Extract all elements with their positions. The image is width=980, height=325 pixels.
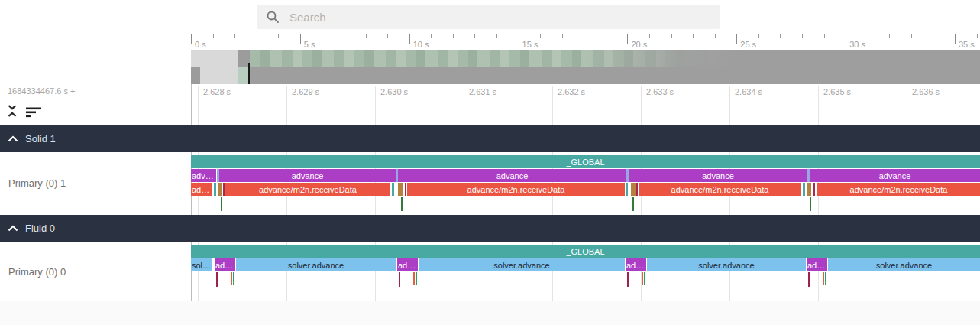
time-axis-label: 2.634 s bbox=[735, 87, 762, 96]
timeline-event-label: advance bbox=[397, 261, 418, 270]
timeline-event[interactable]: advance bbox=[397, 258, 418, 271]
timeline-event-sliver[interactable] bbox=[807, 169, 810, 182]
minimap-upper-band bbox=[250, 50, 980, 67]
timeline-event[interactable]: solver.advance bbox=[828, 258, 980, 271]
instant-event-tick[interactable] bbox=[231, 272, 232, 285]
timeline-event-sliver[interactable] bbox=[636, 183, 638, 196]
timeline-event[interactable]: advance bbox=[807, 258, 827, 271]
ruler-major-tick bbox=[955, 34, 956, 44]
ruler-minor-tick bbox=[977, 34, 978, 38]
ruler-minor-tick bbox=[562, 34, 563, 38]
timeline-event-sliver[interactable] bbox=[217, 169, 219, 182]
minimap-lower-band bbox=[249, 67, 980, 84]
ruler-minor-tick bbox=[496, 34, 497, 38]
ruler-minor-tick bbox=[584, 34, 584, 38]
instant-event-tick[interactable] bbox=[233, 272, 234, 285]
timeline-event-label: advance bbox=[878, 171, 912, 180]
search-input[interactable] bbox=[288, 10, 710, 24]
group-header-label: Solid 1 bbox=[25, 133, 56, 145]
instant-event-tick[interactable] bbox=[808, 272, 810, 287]
timeline-event[interactable]: solver.advance bbox=[236, 258, 396, 271]
instant-event-tick[interactable] bbox=[632, 197, 634, 211]
timeline-event[interactable]: advance bbox=[191, 169, 216, 182]
timeline-event[interactable]: advance/m2n.receiveData bbox=[191, 183, 212, 196]
timeline-event[interactable]: solver.advance bbox=[191, 258, 212, 271]
instant-event-tick[interactable] bbox=[221, 197, 222, 211]
timeline-event[interactable]: advance bbox=[398, 169, 626, 182]
ruler-major-tick bbox=[519, 34, 519, 44]
instant-event-tick[interactable] bbox=[642, 272, 643, 285]
timeline-event-sliver[interactable] bbox=[631, 183, 636, 196]
chevron-up-icon bbox=[8, 135, 18, 142]
time-axis-label: 2.633 s bbox=[646, 87, 674, 96]
instant-event-tick[interactable] bbox=[627, 272, 629, 287]
minimap-cursor[interactable] bbox=[248, 63, 250, 84]
ruler-major-tick bbox=[191, 34, 192, 44]
instant-event-tick[interactable] bbox=[823, 272, 824, 285]
timeline-event[interactable]: advance bbox=[626, 258, 646, 271]
ruler-minor-tick bbox=[649, 34, 650, 38]
instant-event-tick[interactable] bbox=[416, 272, 417, 285]
timeline-event-label: advance/m2n.receiveData bbox=[849, 185, 949, 194]
ruler-minor-tick bbox=[213, 34, 214, 38]
timeline-event-sliver[interactable] bbox=[396, 169, 398, 182]
timeline-event[interactable]: advance/m2n.receiveData bbox=[225, 183, 390, 196]
timeline-event-sliver[interactable] bbox=[214, 183, 216, 196]
timeline-event[interactable]: advance bbox=[219, 169, 396, 182]
overview-timeline[interactable]: 0 s5 s10 s15 s20 s25 s30 s35 s bbox=[0, 34, 980, 84]
timeline-event-sliver[interactable] bbox=[218, 183, 222, 196]
ruler-minor-tick bbox=[257, 34, 257, 38]
timeline-event[interactable]: _GLOBAL bbox=[191, 245, 980, 258]
minimap-upper-band bbox=[191, 50, 238, 67]
timeline-event-sliver[interactable] bbox=[813, 183, 815, 196]
timeline-event[interactable]: advance bbox=[810, 169, 980, 182]
timeline-event[interactable]: advance/m2n.receiveData bbox=[407, 183, 625, 196]
ruler-major-tick bbox=[736, 34, 737, 44]
instant-event-tick[interactable] bbox=[401, 197, 403, 211]
instant-event-tick[interactable] bbox=[644, 272, 645, 285]
instant-event-tick[interactable] bbox=[825, 272, 826, 285]
timeline-event[interactable]: solver.advance bbox=[419, 258, 625, 271]
ruler-tick-label: 10 s bbox=[413, 40, 429, 49]
timeline-event-sliver[interactable] bbox=[626, 183, 628, 196]
minimap-lower-band bbox=[191, 67, 200, 84]
ruler-tick-label: 0 s bbox=[195, 40, 206, 49]
group-header-fluid-0[interactable]: Fluid 0 bbox=[0, 215, 980, 242]
search-box[interactable] bbox=[257, 5, 720, 29]
timeline-event[interactable]: advance/m2n.receiveData bbox=[817, 183, 980, 196]
timeline-event[interactable]: advance/m2n.receiveData bbox=[639, 183, 801, 196]
collapse-all-icon[interactable] bbox=[6, 104, 18, 118]
timeline-event-label: advance/m2n.receiveData bbox=[671, 185, 770, 194]
timeline-event-sliver[interactable] bbox=[405, 183, 406, 196]
time-offset-label: 1684334467.6 s + bbox=[8, 86, 75, 96]
instant-event-tick[interactable] bbox=[399, 272, 400, 287]
ruler-minor-tick bbox=[824, 34, 825, 38]
timeline-event-sliver[interactable] bbox=[223, 183, 225, 196]
instant-event-tick[interactable] bbox=[216, 272, 218, 287]
ruler-minor-tick bbox=[344, 34, 344, 38]
timeline-event-label: advance bbox=[701, 171, 735, 180]
sort-lines-icon[interactable] bbox=[26, 106, 43, 119]
group-header-solid-1[interactable]: Solid 1 bbox=[0, 125, 980, 152]
ruler-minor-tick bbox=[715, 34, 716, 38]
ruler-tick-label: 35 s bbox=[959, 40, 975, 49]
ruler-tick-label: 30 s bbox=[849, 40, 865, 49]
timeline-event[interactable]: _GLOBAL bbox=[191, 155, 980, 168]
ruler-minor-tick bbox=[431, 34, 432, 38]
track-row-label: Primary (0) 1 bbox=[8, 177, 66, 189]
instant-event-tick[interactable] bbox=[413, 272, 415, 285]
timeline-event[interactable]: solver.advance bbox=[647, 258, 806, 271]
timeline-event-sliver[interactable] bbox=[626, 169, 629, 182]
timeline-event-sliver[interactable] bbox=[398, 183, 403, 196]
instant-event-tick[interactable] bbox=[810, 197, 811, 211]
timeline-event-label: advance bbox=[291, 171, 325, 180]
timeline-event[interactable]: advance bbox=[215, 258, 235, 271]
ruler-tick-label: 20 s bbox=[631, 40, 647, 49]
timeline-event-sliver[interactable] bbox=[807, 183, 811, 196]
timeline-event-sliver[interactable] bbox=[803, 183, 805, 196]
timeline-event-sliver[interactable] bbox=[392, 183, 394, 196]
timeline-event[interactable]: advance bbox=[629, 169, 807, 182]
time-axis-label: 2.628 s bbox=[203, 87, 231, 96]
minimap-lower-band bbox=[200, 67, 238, 84]
search-icon bbox=[266, 10, 280, 24]
